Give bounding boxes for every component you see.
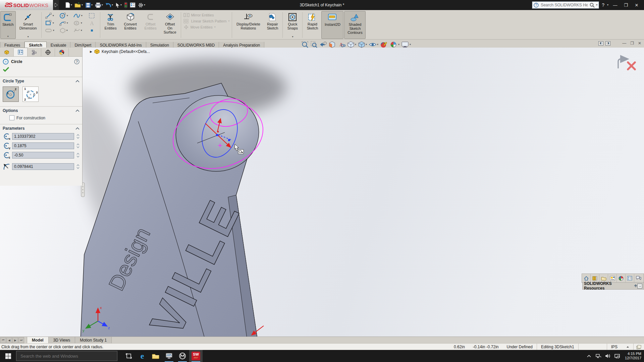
zoom-to-area-icon[interactable] xyxy=(310,41,318,48)
view-orientation-icon[interactable]: ▾ xyxy=(347,41,356,48)
file-explorer-taskbar-icon[interactable] xyxy=(149,350,162,362)
apply-scene-caret[interactable]: ▾ xyxy=(398,43,399,46)
sketch-dropdown-caret[interactable]: ▾ xyxy=(7,35,9,38)
instant2d-button[interactable]: Instant2D xyxy=(321,11,343,39)
smart-dimension-dropdown-caret[interactable]: ▾ xyxy=(28,36,29,38)
tray-expand-icon[interactable] xyxy=(586,355,592,357)
circle-dropdown-caret[interactable]: ▾ xyxy=(67,14,68,17)
collapse-task-pane-icon[interactable]: → xyxy=(637,284,642,289)
display-delete-relations-button[interactable]: Display/Delete Relations xyxy=(233,11,263,39)
prev-tab-nav-icon[interactable]: ◀ xyxy=(6,337,12,343)
model-canvas[interactable]: VILLE Design x y z xyxy=(0,48,644,337)
repair-sketch-button[interactable]: Repair Sketch xyxy=(264,11,281,39)
center-z-input[interactable] xyxy=(12,152,74,159)
point-tool-button[interactable] xyxy=(85,27,99,34)
doc-close-icon[interactable]: ✕ xyxy=(638,41,641,46)
dimxpertmanager-tab[interactable] xyxy=(41,48,55,56)
exit-sketch-icon[interactable] xyxy=(618,59,626,68)
task-pane-title-bar[interactable]: SOLIDWORKS Resources → xyxy=(582,282,644,290)
motion-study-tab[interactable]: Motion Study 1 xyxy=(75,337,112,344)
help-dropdown-caret[interactable]: ▾ xyxy=(607,4,608,6)
collapse-chevron-icon[interactable] xyxy=(75,109,79,112)
help-search-input[interactable] xyxy=(540,2,588,8)
apply-scene-icon[interactable]: ▾ xyxy=(390,41,399,48)
polygon-tool-button[interactable]: ▾ xyxy=(57,27,71,34)
next-tab-nav-icon[interactable]: ▶ xyxy=(12,337,18,343)
sketch-point-blue-2[interactable] xyxy=(228,139,230,141)
linear-pattern-dropdown-caret[interactable]: ▾ xyxy=(228,20,229,22)
search-icon[interactable] xyxy=(590,3,595,8)
undo-button[interactable]: ▾ xyxy=(105,2,114,8)
action-center-icon[interactable] xyxy=(614,354,620,358)
radius-input[interactable] xyxy=(12,163,74,170)
zoom-to-fit-icon[interactable] xyxy=(301,41,309,48)
slot-tool-button[interactable]: ▾ xyxy=(43,27,57,34)
center-z-spinner[interactable] xyxy=(75,152,80,159)
edit-appearance-icon[interactable] xyxy=(380,41,388,48)
slot-dropdown-caret[interactable]: ▾ xyxy=(53,29,54,32)
sketch-button[interactable]: Sketch ▾ xyxy=(0,11,16,39)
previous-view-icon[interactable] xyxy=(319,41,327,48)
collapse-chevron-icon[interactable] xyxy=(75,80,79,82)
spline-tools-button[interactable]: ▾ xyxy=(71,27,85,34)
restore-window-button[interactable]: ❐ xyxy=(622,3,630,8)
taskbar-search-input[interactable] xyxy=(20,353,108,359)
last-tab-nav-icon[interactable]: ⏭ xyxy=(18,337,24,343)
view-settings-caret[interactable]: ▾ xyxy=(410,43,411,46)
rebuild-button[interactable] xyxy=(123,1,128,9)
propertymanager-tab[interactable] xyxy=(14,48,28,56)
select-cursor-button[interactable]: ▾ xyxy=(115,2,122,9)
convert-entities-button[interactable]: Convert Entities xyxy=(120,11,141,39)
smart-dimension-button[interactable]: Smart Dimension ▾ xyxy=(16,11,40,39)
radius-spinner[interactable] xyxy=(75,163,80,170)
center-y-input[interactable] xyxy=(12,142,74,149)
spline-tool-button[interactable]: ▾ xyxy=(71,12,85,19)
open-document-button[interactable]: ▾ xyxy=(74,1,84,9)
offset-entities-button[interactable]: Offset Entities xyxy=(141,11,160,39)
polygon-dropdown-caret[interactable]: ▾ xyxy=(66,29,68,32)
perimeter-circle-type-button[interactable]: 1 3 2 xyxy=(22,86,39,102)
start-button[interactable] xyxy=(0,350,16,362)
task-view-button[interactable] xyxy=(122,350,136,362)
line-dropdown-caret[interactable]: ▾ xyxy=(53,14,54,17)
network-icon[interactable] xyxy=(595,354,601,358)
ok-checkmark-icon[interactable] xyxy=(3,67,9,72)
parameters-section-header[interactable]: Parameters xyxy=(0,124,82,132)
collapse-chevron-icon[interactable] xyxy=(75,127,79,130)
flyout-feature-tree[interactable]: ▶ Keychain (Default<<Defa... xyxy=(90,49,150,54)
menu-expand-icon[interactable] xyxy=(53,0,59,10)
help-search-box[interactable]: ? ▾ xyxy=(532,1,599,9)
center-x-input[interactable] xyxy=(12,133,74,140)
save-button[interactable]: ▾ xyxy=(85,2,93,9)
center-circle-type-button[interactable]: 1 2 xyxy=(3,86,19,102)
new-document-button[interactable]: ▾ xyxy=(64,1,73,9)
trim-entities-button[interactable]: Trim Entities xyxy=(102,11,120,39)
arc-dropdown-caret[interactable]: ▾ xyxy=(67,22,68,24)
close-window-button[interactable]: ✕ xyxy=(633,3,641,8)
print-button[interactable]: ▾ xyxy=(94,2,104,9)
doc-minimize-icon[interactable]: — xyxy=(622,41,626,46)
view-settings-icon[interactable]: ▾ xyxy=(401,41,411,48)
doc-restore-icon[interactable]: ❐ xyxy=(630,41,634,46)
graphics-viewport[interactable]: VILLE Design x y z xyxy=(0,48,644,337)
quick-snaps-button[interactable]: Quick Snaps ▾ xyxy=(284,11,301,39)
ellipse-dropdown-caret[interactable]: ▾ xyxy=(81,22,82,24)
spline-dropdown-caret[interactable]: ▾ xyxy=(81,14,83,17)
move-entities-dropdown-caret[interactable]: ▾ xyxy=(214,26,216,28)
cancel-sketch-icon[interactable] xyxy=(628,62,635,69)
3d-views-tab[interactable]: 3D Views xyxy=(49,337,75,344)
quick-snaps-dropdown-caret[interactable]: ▾ xyxy=(292,36,293,38)
offset-on-surface-button[interactable]: Offset On Surface xyxy=(161,11,179,39)
sketch-point-blue-1[interactable] xyxy=(216,134,218,136)
for-construction-checkbox[interactable] xyxy=(9,115,14,120)
move-entities-button[interactable]: Move Entities ▾ xyxy=(183,25,230,29)
circle-type-section-header[interactable]: Circle Type xyxy=(0,77,82,84)
taskbar-search-box[interactable] xyxy=(16,351,117,361)
tree-expand-icon[interactable]: ▶ xyxy=(90,50,92,53)
display-style-caret[interactable]: ▾ xyxy=(366,43,367,46)
solidworks-taskbar-icon[interactable]: SW 2017 xyxy=(189,350,203,362)
linear-sketch-pattern-button[interactable]: Linear Sketch Pattern ▾ xyxy=(183,19,230,23)
display-style-icon[interactable]: ▾ xyxy=(358,41,367,48)
minimize-window-button[interactable]: — xyxy=(611,3,619,8)
spline-tools-dropdown-caret[interactable]: ▾ xyxy=(81,29,82,32)
